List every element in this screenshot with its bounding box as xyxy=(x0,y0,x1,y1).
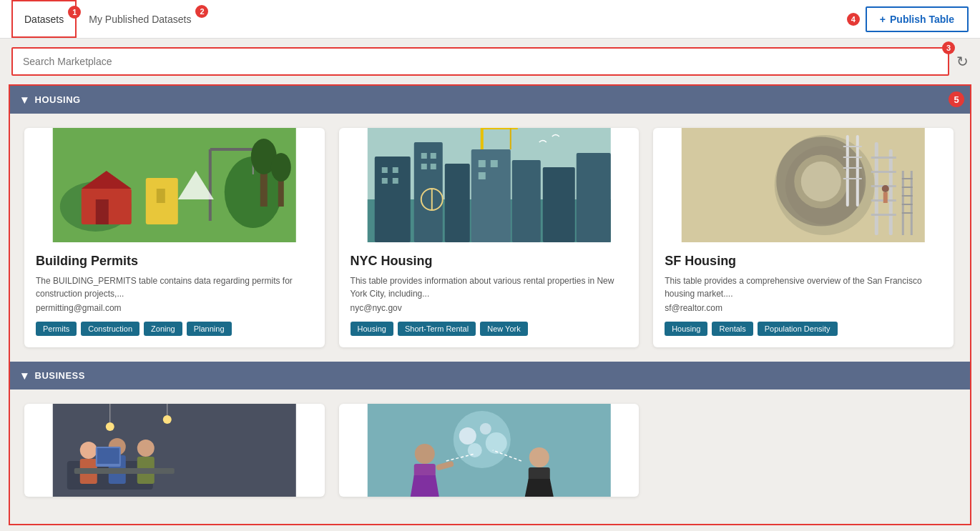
tag-housing-1[interactable]: Housing xyxy=(351,322,393,336)
svg-rect-57 xyxy=(902,178,913,179)
tab-my-published[interactable]: My Published Datasets 2 xyxy=(77,0,203,38)
tab-my-published-badge: 2 xyxy=(195,5,208,18)
svg-rect-33 xyxy=(478,160,485,167)
svg-marker-91 xyxy=(410,475,438,497)
svg-rect-58 xyxy=(902,187,913,188)
card-sf-housing-tags: Housing Rentals Population Density xyxy=(665,322,942,336)
card-building-permits-desc: The BUILDING_PERMITS table contains data… xyxy=(36,274,313,300)
svg-point-74 xyxy=(137,440,155,457)
card-building-permits[interactable]: Building Permits The BUILDING_PERMITS ta… xyxy=(24,128,325,347)
tag-zoning[interactable]: Zoning xyxy=(144,322,182,336)
tag-housing-2[interactable]: Housing xyxy=(665,322,707,336)
svg-point-89 xyxy=(414,444,434,464)
card-building-permits-tags: Permits Construction Zoning Planning xyxy=(36,322,313,336)
svg-rect-78 xyxy=(97,448,119,464)
svg-rect-19 xyxy=(413,142,442,242)
svg-point-80 xyxy=(106,422,114,431)
tag-construction[interactable]: Construction xyxy=(81,322,139,336)
svg-point-86 xyxy=(479,423,491,435)
card-sf-housing-desc: This table provides a comprehensive over… xyxy=(665,274,942,300)
svg-rect-46 xyxy=(875,142,878,235)
main-content: 5 ▾ HOUSING xyxy=(9,84,971,525)
svg-rect-28 xyxy=(392,178,398,184)
tab-datasets-label: Datasets xyxy=(24,14,64,25)
publish-table-button[interactable]: + Publish Table xyxy=(866,6,969,32)
publish-plus-icon: + xyxy=(880,14,886,25)
svg-rect-30 xyxy=(430,153,436,159)
search-input[interactable] xyxy=(11,47,949,76)
publish-button-badge: 4 xyxy=(847,13,860,26)
housing-section: ▾ HOUSING xyxy=(10,86,970,362)
tab-datasets[interactable]: Datasets 1 xyxy=(11,0,77,38)
card-business-1[interactable] xyxy=(24,404,325,497)
svg-rect-34 xyxy=(490,160,497,167)
card-building-permits-body: Building Permits The BUILDING_PERMITS ta… xyxy=(24,242,325,347)
svg-rect-47 xyxy=(889,149,893,235)
card-nyc-housing[interactable]: NYC Housing This table provides informat… xyxy=(339,128,640,347)
tag-permits[interactable]: Permits xyxy=(36,322,77,336)
business-section: ▾ BUSINESS xyxy=(10,362,970,511)
housing-section-label: HOUSING xyxy=(35,94,81,105)
search-area: 3 ↻ xyxy=(0,39,980,84)
tag-population-density[interactable]: Population Density xyxy=(758,322,838,336)
publish-table-label: Publish Table xyxy=(890,14,954,25)
card-sf-housing-body: SF Housing This table provides a compreh… xyxy=(653,242,954,347)
svg-point-88 xyxy=(467,443,481,457)
svg-point-82 xyxy=(163,415,172,424)
svg-rect-56 xyxy=(911,171,913,235)
tag-planning[interactable]: Planning xyxy=(187,322,232,336)
svg-point-45 xyxy=(801,162,841,202)
svg-rect-49 xyxy=(871,171,896,173)
search-wrapper: 3 xyxy=(11,47,949,76)
nyc-housing-illustration xyxy=(339,128,640,242)
svg-rect-67 xyxy=(843,178,862,179)
svg-rect-24 xyxy=(576,153,610,242)
svg-rect-55 xyxy=(902,171,904,235)
card-sf-housing-title: SF Housing xyxy=(665,254,942,269)
svg-rect-31 xyxy=(421,164,426,169)
card-sf-housing-email: sf@realtor.com xyxy=(665,303,942,313)
housing-chevron-icon: ▾ xyxy=(21,93,28,106)
svg-rect-54 xyxy=(883,192,888,203)
card-building-permits-email: permitting@gmail.com xyxy=(36,303,313,313)
svg-rect-32 xyxy=(430,164,436,169)
sf-housing-illustration xyxy=(653,128,954,242)
tag-rentals[interactable]: Rentals xyxy=(712,322,753,336)
svg-rect-64 xyxy=(843,146,862,147)
business-section-label: BUSINESS xyxy=(35,370,85,381)
svg-rect-23 xyxy=(542,167,574,242)
card-building-permits-title: Building Permits xyxy=(36,254,313,269)
business-section-header[interactable]: ▾ BUSINESS xyxy=(10,362,970,389)
card-building-permits-image xyxy=(24,128,325,242)
building-permits-illustration xyxy=(24,128,325,242)
svg-marker-95 xyxy=(524,479,553,497)
card-nyc-housing-email: nyc@nyc.gov xyxy=(351,303,628,313)
svg-rect-29 xyxy=(421,153,426,159)
svg-rect-66 xyxy=(843,167,862,169)
svg-point-70 xyxy=(80,442,97,459)
main-badge-5: 5 xyxy=(949,91,964,107)
svg-point-93 xyxy=(529,447,549,467)
housing-section-header[interactable]: ▾ HOUSING xyxy=(10,86,970,114)
tabs-container: Datasets 1 My Published Datasets 2 xyxy=(11,0,203,38)
svg-rect-22 xyxy=(511,160,540,242)
svg-rect-48 xyxy=(871,157,896,159)
card-nyc-housing-tags: Housing Short-Term Rental New York xyxy=(351,322,628,336)
card-nyc-housing-title: NYC Housing xyxy=(351,254,628,269)
svg-rect-60 xyxy=(902,204,913,205)
refresh-icon[interactable]: ↻ xyxy=(956,53,969,70)
tag-short-term-rental[interactable]: Short-Term Rental xyxy=(398,322,476,336)
svg-point-87 xyxy=(485,432,506,454)
svg-point-15 xyxy=(271,153,291,182)
svg-rect-7 xyxy=(157,189,165,203)
tag-new-york[interactable]: New York xyxy=(480,322,527,336)
card-sf-housing[interactable]: SF Housing This table provides a compreh… xyxy=(653,128,954,347)
card-business-2[interactable] xyxy=(339,404,640,497)
business-cards-grid xyxy=(10,389,970,511)
header: Datasets 1 My Published Datasets 2 4 + P… xyxy=(0,0,980,39)
housing-cards-grid: Building Permits The BUILDING_PERMITS ta… xyxy=(10,114,970,362)
card-nyc-housing-desc: This table provides information about va… xyxy=(351,274,628,300)
card-nyc-housing-image xyxy=(339,128,640,242)
svg-point-85 xyxy=(459,427,476,445)
svg-rect-61 xyxy=(902,212,913,214)
